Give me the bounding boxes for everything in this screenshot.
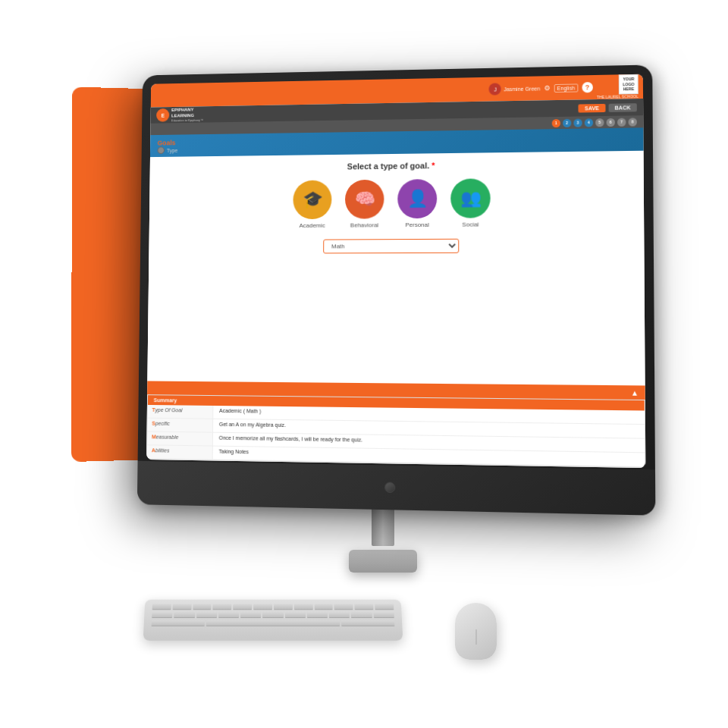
step-3[interactable]: 3	[573, 118, 582, 127]
epiphany-logo: E EPIPHANY LEARNING Education to Epiphan…	[156, 108, 203, 123]
summary-label-specific: Specific	[147, 419, 213, 432]
type-label: Type	[167, 148, 178, 153]
key	[329, 612, 350, 618]
key-enter	[341, 620, 395, 626]
key	[172, 604, 191, 610]
goal-icon-personal[interactable]: 👤 Personal	[397, 179, 437, 228]
help-icon[interactable]: ?	[582, 82, 592, 93]
key-row-2	[152, 612, 394, 618]
key	[152, 612, 173, 618]
summary-section: Summary Type Of Goal Academic ( Math ) S…	[146, 394, 645, 468]
academic-icon-circle: 🎓	[293, 180, 331, 219]
keyboard	[143, 600, 403, 641]
key	[307, 612, 328, 618]
personal-label: Personal	[405, 221, 429, 228]
language-selector[interactable]: English	[554, 83, 579, 93]
key	[193, 604, 212, 610]
key	[375, 604, 394, 610]
top-right-group: YOUR LOGO HERE THE LAUREL SCHOOL	[597, 74, 639, 99]
screen-content: J Jasmine Green ⚙ English ? YOUR LOGO HE…	[146, 74, 645, 468]
step-5[interactable]: 5	[595, 118, 604, 127]
key	[314, 604, 333, 610]
goals-label: Goals	[158, 139, 176, 146]
stand-base	[349, 550, 417, 573]
summary-label-type: Type Of Goal	[148, 405, 214, 419]
key	[274, 604, 293, 610]
key-space	[152, 620, 206, 626]
logo-placeholder: YOUR LOGO HERE	[619, 74, 639, 94]
key	[218, 612, 239, 618]
save-button[interactable]: SAVE	[579, 103, 606, 112]
mouse	[455, 603, 497, 660]
gear-icon[interactable]: ⚙	[544, 84, 550, 92]
goal-icon-social[interactable]: 👥 Social	[450, 178, 490, 228]
key	[253, 604, 272, 610]
social-icon-circle: 👥	[450, 178, 490, 218]
behavioral-label: Behavioral	[350, 221, 378, 228]
key	[373, 612, 394, 618]
back-button[interactable]: BACK	[608, 103, 637, 112]
goal-icons-row: 🎓 Academic 🧠 Behavioral 👤 Personal	[159, 177, 633, 230]
scene: J Jasmine Green ⚙ English ? YOUR LOGO HE…	[0, 0, 728, 728]
key	[234, 604, 253, 610]
dropdown-row: Math Science English History	[159, 238, 633, 254]
required-star: *	[431, 161, 435, 170]
step-6[interactable]: 6	[607, 118, 615, 126]
summary-label-measurable: Measurable	[147, 431, 213, 445]
key	[196, 612, 217, 618]
behavioral-icon-circle: 🧠	[345, 180, 384, 219]
step-1[interactable]: 1	[552, 118, 560, 127]
step-7[interactable]: 7	[617, 118, 626, 126]
monitor-power-button	[384, 482, 395, 493]
user-name: Jasmine Green	[504, 86, 540, 92]
goal-type-title: Select a type of goal. *	[160, 158, 632, 173]
goal-icon-academic[interactable]: 🎓 Academic	[293, 180, 331, 228]
type-circle-icon	[157, 146, 165, 154]
monitor: J Jasmine Green ⚙ English ? YOUR LOGO HE…	[137, 64, 656, 515]
subject-select[interactable]: Math Science English History	[323, 239, 459, 254]
main-content: Select a type of goal. * 🎓 Academic 🧠 Be…	[147, 151, 645, 386]
key-row-1	[152, 604, 394, 610]
logo-tagline: Education to Epiphany™	[171, 118, 203, 122]
user-info: J Jasmine Green	[489, 82, 540, 95]
logo-circle-icon: E	[156, 108, 169, 122]
mouse-line	[475, 629, 476, 645]
key	[285, 612, 306, 618]
key	[174, 612, 194, 618]
monitor-stand	[349, 500, 417, 576]
key	[294, 604, 313, 610]
chevron-up-icon: ▲	[631, 388, 639, 397]
social-label: Social	[462, 221, 479, 228]
monitor-chin	[137, 461, 656, 516]
key	[262, 612, 283, 618]
key	[152, 604, 171, 610]
key	[334, 604, 353, 610]
key-spacebar	[206, 620, 340, 626]
academic-label: Academic	[299, 222, 325, 229]
key	[355, 604, 374, 610]
step-4[interactable]: 4	[585, 118, 593, 127]
key-row-3	[152, 620, 395, 626]
step-2[interactable]: 2	[563, 118, 571, 127]
personal-icon-circle: 👤	[397, 179, 437, 218]
monitor-screen: J Jasmine Green ⚙ English ? YOUR LOGO HE…	[146, 74, 645, 468]
summary-label-abilities: Abilities	[147, 445, 213, 459]
key	[240, 612, 261, 618]
key	[213, 604, 232, 610]
save-back-group: SAVE BACK	[579, 103, 637, 112]
step-8[interactable]: 8	[629, 118, 637, 126]
keyboard-keys	[143, 600, 402, 631]
key	[351, 612, 372, 618]
avatar: J	[489, 83, 501, 95]
goal-icon-behavioral[interactable]: 🧠 Behavioral	[345, 180, 384, 229]
